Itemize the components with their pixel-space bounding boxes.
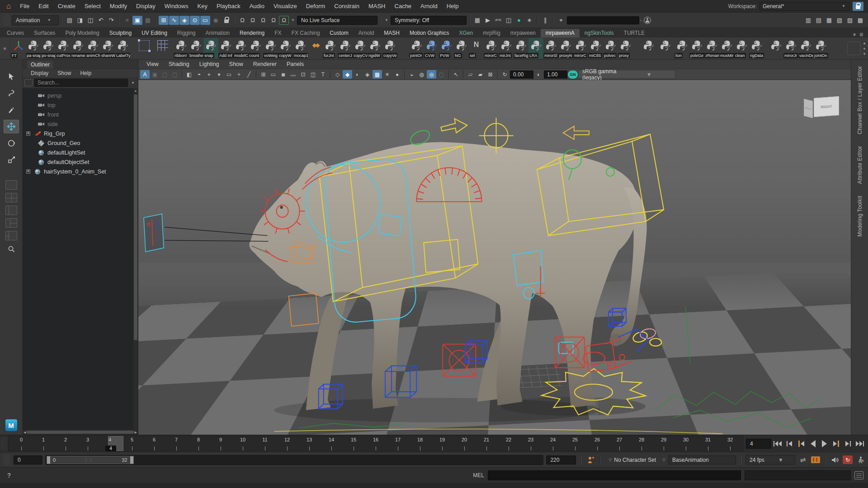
shelf-python-button[interactable] <box>658 38 673 59</box>
select-by-component-icon[interactable]: ▦ <box>143 16 153 25</box>
select-tool[interactable] <box>4 70 19 83</box>
textured-icon[interactable]: ▩ <box>373 70 382 79</box>
anti-aliasing-icon[interactable]: ◎ <box>427 70 436 79</box>
outliner-menu-help[interactable]: Help <box>76 70 95 76</box>
shelf-centerj-button[interactable]: centerJ <box>338 38 353 59</box>
shelf-menu-icon[interactable]: ≣ <box>859 32 863 38</box>
shelf-mirjnt-button[interactable]: mirJnt <box>499 38 514 59</box>
lock-camera-icon[interactable]: ◓ <box>194 70 204 79</box>
playback-loop-icon[interactable]: ⇌ <box>798 455 808 465</box>
workspace-dropdown[interactable]: General* ▼ <box>760 2 850 11</box>
shelf-mirorjr-button[interactable]: mirorJr <box>783 38 798 59</box>
shelf-lattice-button[interactable] <box>155 38 170 59</box>
toggle-channel-box-icon[interactable]: ▦ <box>824 16 834 25</box>
menu-key[interactable]: Key <box>193 0 212 12</box>
shelf-proxy-button[interactable]: proxy <box>618 38 633 59</box>
resolution-gate-icon[interactable]: ◙ <box>278 70 288 79</box>
go-to-end-button[interactable] <box>854 438 865 449</box>
mute-sound-icon[interactable] <box>830 455 840 465</box>
shelf-tab-xgen[interactable]: XGen <box>454 29 478 38</box>
outliner-search-input[interactable]: Search... <box>34 79 128 87</box>
shelf-tab-mrpaweena[interactable]: mrpaweenA <box>541 29 580 38</box>
chevron-down-icon[interactable]: ▼ <box>290 13 296 28</box>
render-current-frame-icon[interactable]: ▶ <box>483 16 493 25</box>
toggle-outliner-icon[interactable]: ▩ <box>855 16 865 25</box>
script-editor-icon[interactable] <box>854 471 863 479</box>
input-connections-icon[interactable]: Ω <box>237 16 247 25</box>
shelf-furjnt-button[interactable]: furJnt <box>323 38 338 59</box>
maya-logo[interactable]: M <box>5 419 17 431</box>
shelf-tab-mash[interactable]: MASH <box>379 29 405 38</box>
timeline-ruler[interactable]: 0123456789101112131415161718192021222324… <box>8 436 743 451</box>
viewport-menu-renderer[interactable]: Renderer <box>249 61 281 67</box>
bounding-box-icon[interactable]: ◐ <box>353 70 362 79</box>
shelf-jointon-button[interactable]: jointOn <box>813 38 828 59</box>
menu-constrain[interactable]: Constrain <box>330 0 364 12</box>
workspace-lock-button[interactable] <box>853 2 863 11</box>
playback-range[interactable]: 0 ⋮⋮ 32 <box>47 456 134 464</box>
play-forward-button[interactable] <box>819 438 830 449</box>
outliner-item-top[interactable]: top <box>23 100 138 110</box>
layout-three-pane-button[interactable] <box>5 218 17 228</box>
new-scene-icon[interactable]: ▤ <box>65 16 75 25</box>
animation-start-field[interactable]: 0 <box>14 455 42 465</box>
shelf-snap-button[interactable]: snap <box>203 38 218 59</box>
lights-icon[interactable]: ☀ <box>382 70 392 79</box>
shelf-lra-button[interactable]: LRA <box>528 38 543 59</box>
viewport-menu-panels[interactable]: Panels <box>282 61 308 67</box>
outliner-vertical-scrollbar[interactable]: ▲ <box>133 88 138 430</box>
shelf-copycv-button[interactable]: copyCV <box>353 38 368 59</box>
chevron-down-icon[interactable]: ▼ <box>130 77 136 88</box>
help-icon[interactable]: ? <box>5 472 14 479</box>
shelf-mirorsl-button[interactable]: mirorSl <box>543 38 558 59</box>
shelf-tab-turtle[interactable]: TURTLE <box>619 29 650 38</box>
character-set-dropdown[interactable]: ▽No Character Set <box>605 455 660 465</box>
scroll-up-icon[interactable]: ▲ <box>133 89 138 92</box>
snap-to-projected-center-icon[interactable]: ⊙ <box>190 16 200 25</box>
highlight-selection-icon[interactable]: Ω <box>269 16 278 25</box>
shelf-animch-button[interactable]: animCh <box>85 38 100 59</box>
character-set-icon[interactable] <box>585 455 595 465</box>
outliner-item-hairsystem-0-anim-set[interactable]: hairSystem_0_Anim_Set <box>23 167 138 176</box>
shelf-tab-custom[interactable]: Custom <box>325 29 353 38</box>
range-end-handle[interactable] <box>130 456 133 464</box>
shelf-tab-surfaces[interactable]: Surfaces <box>29 29 60 38</box>
shelf-rigidw-button[interactable]: rigidW <box>368 38 382 59</box>
menu-edit[interactable]: Edit <box>34 0 53 12</box>
shelf-zrenam-button[interactable]: zRenam <box>704 38 719 59</box>
outliner-item-defaultobjectset[interactable]: defaultObjectSet <box>23 157 138 167</box>
shelf-modelc-button[interactable]: modelC <box>233 38 248 59</box>
open-scene-icon[interactable]: ◨ <box>75 16 85 25</box>
wireframe-icon[interactable]: ◇ <box>333 70 342 79</box>
chevron-right-icon[interactable]: › <box>640 18 642 23</box>
output-connections-icon[interactable]: Ω <box>248 16 258 25</box>
menu-audio[interactable]: Audio <box>245 0 269 12</box>
timeline-grip[interactable] <box>1 437 7 450</box>
shelf-tab-fx[interactable]: FX <box>269 29 286 38</box>
quick-select-input[interactable] <box>567 16 639 24</box>
camera-mask-icon[interactable]: ▢ <box>170 70 179 79</box>
outliner-menu-display[interactable]: Display <box>27 70 52 76</box>
shelf-mocap1-button[interactable]: mocap1 <box>293 38 308 59</box>
shelf-cutprox-button[interactable]: cutProx <box>56 38 71 59</box>
animation-end-field[interactable]: 220 <box>546 455 576 465</box>
toggle-hypershade-icon[interactable]: ▤ <box>814 16 824 25</box>
menu-display[interactable]: Display <box>132 0 160 12</box>
smooth-shade-icon[interactable]: ◆ <box>343 70 352 79</box>
step-back-frame-button[interactable] <box>784 438 795 449</box>
outliner-item-rig-grp[interactable]: Rig_Grp <box>23 129 138 138</box>
shelf-musmir-button[interactable]: musMir <box>719 38 734 59</box>
outliner-horizontal-scrollbar[interactable]: ◀▶ <box>23 430 138 435</box>
shelf-tab-uv-editing[interactable]: UV Editing <box>137 29 172 38</box>
shelf-tab-mrprig[interactable]: mrpRig <box>478 29 505 38</box>
outliner-menu-show[interactable]: Show <box>54 70 75 76</box>
shelf-ng-button[interactable]: NG <box>454 38 469 59</box>
snap-to-point-icon[interactable]: ◈ <box>179 16 189 25</box>
command-language-toggle[interactable]: MEL <box>473 472 484 479</box>
chevron-down-icon[interactable]: ▽ <box>662 458 665 462</box>
save-scene-icon[interactable]: ◫ <box>85 16 95 25</box>
step-forward-key-button[interactable] <box>831 438 842 449</box>
step-back-key-button[interactable] <box>796 438 807 449</box>
shelf-po-snap-button[interactable]: po-snap <box>41 38 56 59</box>
shelf-options-icon[interactable]: ∗ <box>853 32 857 38</box>
